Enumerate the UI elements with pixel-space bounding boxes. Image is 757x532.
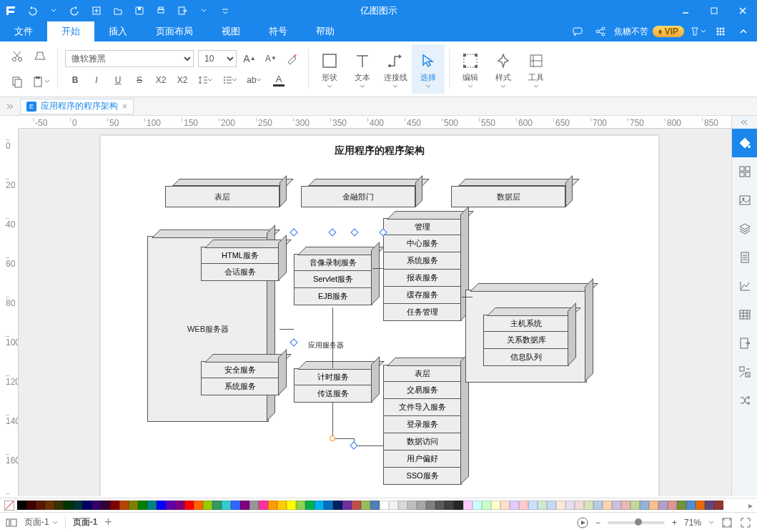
color-swatch[interactable]: [324, 501, 333, 510]
text-case-button[interactable]: ab: [242, 72, 265, 89]
vip-badge[interactable]: ♦VIP: [653, 26, 684, 37]
color-swatch[interactable]: [500, 501, 510, 510]
tabstrip-overflow[interactable]: [0, 97, 20, 116]
color-swatch[interactable]: [240, 501, 249, 510]
page-thumbnails-button[interactable]: [6, 518, 17, 528]
line-spacing-button[interactable]: [194, 72, 217, 89]
color-swatch[interactable]: [426, 501, 435, 510]
stack-app-2[interactable]: 计时服务 传送服务: [294, 368, 372, 403]
color-swatch[interactable]: [510, 501, 519, 510]
canvas[interactable]: 应用程序的程序架构 表层 金融部门 数据层 WEB服务器 HTML服务 会话服务…: [19, 129, 731, 496]
panel-fill-icon[interactable]: [732, 129, 758, 157]
color-swatch[interactable]: [287, 501, 296, 510]
color-swatch[interactable]: [519, 501, 528, 510]
color-swatch[interactable]: [36, 501, 45, 510]
color-swatch[interactable]: [231, 501, 240, 510]
panel-layers-icon[interactable]: [732, 215, 758, 243]
print-button[interactable]: [150, 0, 172, 21]
underline-button[interactable]: U: [108, 72, 128, 89]
panel-random-icon[interactable]: [732, 386, 758, 415]
panel-table-icon[interactable]: [732, 300, 758, 329]
redo-button[interactable]: [64, 0, 86, 21]
palette-more[interactable]: ▸: [748, 501, 753, 511]
panel-history-icon[interactable]: [732, 358, 758, 386]
color-swatch[interactable]: [212, 501, 222, 510]
paste-button[interactable]: [31, 73, 50, 90]
decrease-font-button[interactable]: A▼: [262, 50, 279, 67]
copy-button[interactable]: [9, 73, 26, 90]
color-swatch[interactable]: [249, 501, 259, 510]
minimize-button[interactable]: [671, 0, 700, 21]
panel-chart-icon[interactable]: [732, 272, 758, 300]
color-swatch[interactable]: [612, 501, 621, 510]
color-swatch[interactable]: [538, 501, 547, 510]
tools-button[interactable]: 工具: [520, 44, 553, 94]
close-button[interactable]: [728, 0, 757, 21]
color-swatch[interactable]: [547, 501, 556, 510]
color-swatch[interactable]: [64, 501, 73, 510]
font-size-select[interactable]: 10: [198, 50, 237, 67]
qat-customize[interactable]: [214, 0, 236, 21]
color-swatch[interactable]: [296, 501, 305, 510]
collapse-ribbon-icon[interactable]: [734, 22, 753, 41]
color-swatch[interactable]: [138, 501, 147, 510]
stack-app-1[interactable]: 音像录制服务 Servlet服务 EJB服务: [294, 254, 372, 305]
color-swatch[interactable]: [157, 501, 166, 510]
color-swatch[interactable]: [45, 501, 54, 510]
superscript-button[interactable]: X2: [151, 72, 171, 89]
color-swatch[interactable]: [54, 501, 64, 510]
select-button[interactable]: 选择: [412, 44, 445, 94]
stack-web-1[interactable]: HTML服务 会话服务: [201, 247, 279, 281]
theme-icon[interactable]: [688, 22, 707, 41]
export-button[interactable]: [172, 0, 193, 21]
color-swatch[interactable]: [556, 501, 565, 510]
color-swatch[interactable]: [175, 501, 184, 510]
undo-button[interactable]: [21, 0, 43, 21]
tab-view[interactable]: 视图: [207, 21, 254, 41]
box-data[interactable]: 数据层: [451, 179, 573, 207]
color-swatch[interactable]: [528, 501, 538, 510]
presentation-button[interactable]: [577, 517, 588, 528]
tab-pagelayout[interactable]: 页面布局: [142, 21, 207, 41]
color-swatch[interactable]: [630, 501, 640, 510]
bullet-list-button[interactable]: [218, 72, 241, 89]
font-family-select[interactable]: 微软雅黑: [65, 50, 194, 67]
color-swatch[interactable]: [147, 501, 157, 510]
subscript-button[interactable]: X2: [172, 72, 192, 89]
color-swatch[interactable]: [194, 501, 203, 510]
apps-icon[interactable]: [711, 22, 730, 41]
tab-file[interactable]: 文件: [0, 21, 47, 41]
right-panel-collapse[interactable]: [732, 116, 758, 129]
box-finance[interactable]: 金融部门: [301, 179, 422, 207]
stack-host[interactable]: 主机系统 关系数据库 信息队列: [483, 315, 569, 366]
color-swatch[interactable]: [342, 501, 352, 510]
export-dropdown[interactable]: [193, 0, 214, 21]
color-swatch[interactable]: [91, 501, 101, 510]
style-button[interactable]: 样式: [487, 44, 520, 94]
color-swatch[interactable]: [101, 501, 110, 510]
zoom-slider[interactable]: [608, 521, 665, 524]
panel-shapes-icon[interactable]: [732, 157, 758, 186]
save-button[interactable]: [129, 0, 150, 21]
user-name[interactable]: 焦糖不苦: [614, 26, 648, 38]
color-swatch[interactable]: [259, 501, 268, 510]
panel-page-icon[interactable]: [732, 243, 758, 272]
zoom-out-button[interactable]: −: [595, 518, 600, 528]
color-swatch[interactable]: [463, 501, 472, 510]
color-swatch[interactable]: [714, 501, 723, 510]
fit-page-button[interactable]: [721, 517, 733, 528]
color-swatch[interactable]: [640, 501, 649, 510]
color-swatch[interactable]: [315, 501, 324, 510]
color-swatch[interactable]: [584, 501, 593, 510]
increase-font-button[interactable]: A▲: [241, 50, 258, 67]
cut-button[interactable]: [9, 48, 26, 65]
color-swatch[interactable]: [491, 501, 500, 510]
share-icon[interactable]: [591, 22, 610, 41]
undo-dropdown[interactable]: [43, 0, 64, 21]
color-swatch[interactable]: [184, 501, 194, 510]
color-swatch[interactable]: [222, 501, 231, 510]
panel-export-icon[interactable]: [732, 329, 758, 358]
color-swatch[interactable]: [398, 501, 407, 510]
color-swatch[interactable]: [482, 501, 491, 510]
color-swatch[interactable]: [166, 501, 175, 510]
